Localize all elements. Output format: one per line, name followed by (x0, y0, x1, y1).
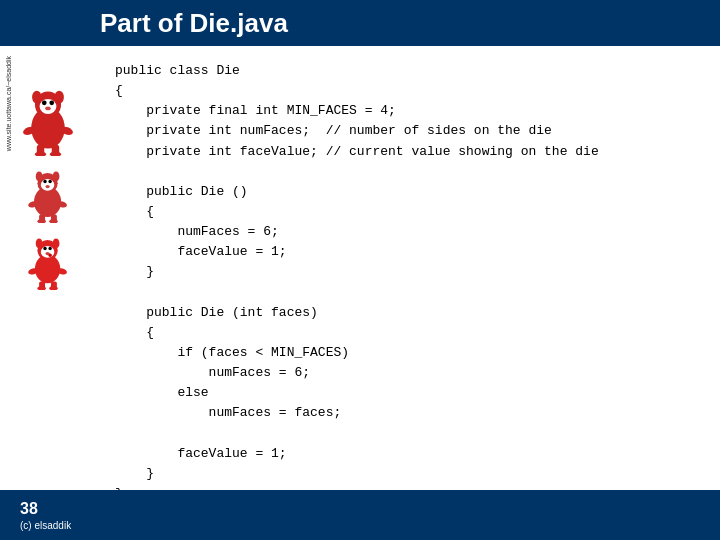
svg-point-16 (35, 171, 42, 181)
slide-title: Part of Die.java (100, 8, 288, 39)
svg-point-5 (41, 100, 46, 105)
slide-number: 38 (20, 500, 71, 518)
svg-point-6 (49, 100, 54, 105)
mascot-middle (23, 168, 73, 223)
svg-point-36 (48, 254, 51, 257)
svg-point-13 (49, 151, 60, 156)
svg-point-34 (48, 247, 51, 250)
svg-point-3 (54, 91, 63, 104)
svg-point-32 (40, 246, 54, 258)
svg-point-33 (43, 247, 46, 250)
svg-point-19 (43, 180, 46, 183)
svg-point-21 (45, 185, 49, 188)
title-bar: Part of Die.java (0, 0, 720, 47)
svg-point-2 (32, 91, 41, 104)
left-sidebar: www.site.uottawa.ca/~elsaddik (0, 46, 95, 490)
svg-point-17 (52, 171, 59, 181)
slide: Part of Die.java www.site.uottawa.ca/~el… (0, 0, 720, 540)
mascot-top (18, 86, 78, 156)
copyright-text: (c) elsaddik (20, 520, 71, 531)
svg-point-12 (34, 151, 45, 156)
svg-point-20 (48, 180, 51, 183)
svg-point-31 (52, 238, 59, 248)
svg-point-18 (40, 179, 54, 191)
mascot-bottom (23, 235, 73, 290)
content-area: public class Die { private final int MIN… (95, 46, 720, 490)
url-text: www.site.uottawa.ca/~elsaddik (5, 56, 12, 151)
bottom-left: 38 (c) elsaddik (20, 500, 71, 531)
mascot-area (18, 86, 78, 290)
bottom-bar: 38 (c) elsaddik (0, 490, 720, 540)
code-block: public class Die { private final int MIN… (115, 61, 700, 504)
svg-point-30 (35, 238, 42, 248)
svg-point-7 (45, 107, 51, 111)
